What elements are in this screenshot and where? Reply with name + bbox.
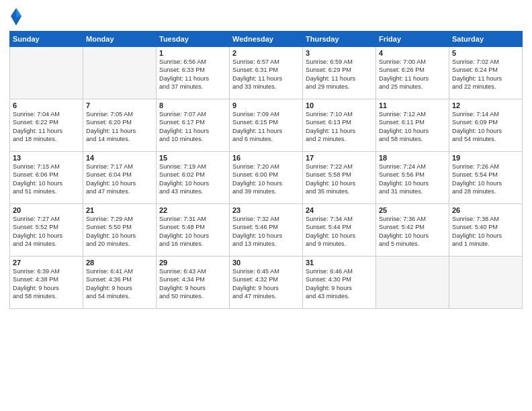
calendar-cell: [376, 257, 449, 309]
day-number: 5: [452, 49, 519, 57]
calendar-cell: 12Sunrise: 7:14 AM Sunset: 6:09 PM Dayli…: [449, 99, 523, 152]
calendar-cell: 2Sunrise: 6:57 AM Sunset: 6:31 PM Daylig…: [230, 47, 303, 99]
calendar-cell: 31Sunrise: 6:46 AM Sunset: 4:30 PM Dayli…: [303, 257, 376, 309]
calendar-cell: 16Sunrise: 7:20 AM Sunset: 6:00 PM Dayli…: [230, 152, 303, 204]
calendar-cell: 29Sunrise: 6:43 AM Sunset: 4:34 PM Dayli…: [157, 257, 230, 309]
calendar-cell: [449, 257, 523, 309]
calendar-cell: 3Sunrise: 6:59 AM Sunset: 6:29 PM Daylig…: [303, 47, 376, 99]
day-detail: Sunrise: 7:22 AM Sunset: 5:58 PM Dayligh…: [306, 163, 373, 196]
svg-marker-1: [16, 8, 21, 17]
calendar-cell: 1Sunrise: 6:56 AM Sunset: 6:33 PM Daylig…: [157, 47, 230, 99]
weekday-header-row: SundayMondayTuesdayWednesdayThursdayFrid…: [10, 32, 523, 47]
day-number: 24: [306, 206, 373, 214]
calendar-cell: 25Sunrise: 7:36 AM Sunset: 5:42 PM Dayli…: [376, 204, 449, 257]
calendar-cell: 19Sunrise: 7:26 AM Sunset: 5:54 PM Dayli…: [449, 152, 523, 204]
day-detail: Sunrise: 6:59 AM Sunset: 6:29 PM Dayligh…: [306, 58, 373, 91]
day-number: 26: [452, 206, 519, 214]
day-number: 17: [306, 154, 373, 162]
weekday-header-tuesday: Tuesday: [157, 32, 230, 47]
day-number: 2: [232, 49, 300, 57]
calendar-cell: 8Sunrise: 7:07 AM Sunset: 6:17 PM Daylig…: [157, 99, 230, 152]
calendar-cell: 27Sunrise: 6:39 AM Sunset: 4:38 PM Dayli…: [10, 257, 83, 309]
calendar-cell: 24Sunrise: 7:34 AM Sunset: 5:44 PM Dayli…: [303, 204, 376, 257]
calendar-cell: 4Sunrise: 7:00 AM Sunset: 6:26 PM Daylig…: [376, 47, 449, 99]
week-row-2: 6Sunrise: 7:04 AM Sunset: 6:22 PM Daylig…: [10, 99, 523, 152]
day-detail: Sunrise: 7:17 AM Sunset: 6:04 PM Dayligh…: [86, 163, 153, 196]
day-detail: Sunrise: 7:36 AM Sunset: 5:42 PM Dayligh…: [379, 215, 446, 248]
calendar-cell: 10Sunrise: 7:10 AM Sunset: 6:13 PM Dayli…: [303, 99, 376, 152]
day-detail: Sunrise: 7:10 AM Sunset: 6:13 PM Dayligh…: [306, 110, 373, 144]
calendar-cell: 18Sunrise: 7:24 AM Sunset: 5:56 PM Dayli…: [376, 152, 449, 204]
calendar-cell: 20Sunrise: 7:27 AM Sunset: 5:52 PM Dayli…: [10, 204, 83, 257]
day-number: 25: [379, 206, 446, 214]
calendar-cell: [83, 47, 157, 99]
day-number: 19: [452, 154, 519, 162]
day-number: 8: [159, 101, 226, 109]
calendar-cell: 9Sunrise: 7:09 AM Sunset: 6:15 PM Daylig…: [230, 99, 303, 152]
day-detail: Sunrise: 7:38 AM Sunset: 5:40 PM Dayligh…: [452, 215, 519, 248]
calendar-cell: 21Sunrise: 7:29 AM Sunset: 5:50 PM Dayli…: [83, 204, 157, 257]
calendar-cell: 14Sunrise: 7:17 AM Sunset: 6:04 PM Dayli…: [83, 152, 157, 204]
calendar-cell: [10, 47, 83, 99]
week-row-5: 27Sunrise: 6:39 AM Sunset: 4:38 PM Dayli…: [10, 257, 523, 309]
day-detail: Sunrise: 7:24 AM Sunset: 5:56 PM Dayligh…: [379, 163, 446, 196]
calendar-cell: 11Sunrise: 7:12 AM Sunset: 6:11 PM Dayli…: [376, 99, 449, 152]
day-detail: Sunrise: 7:12 AM Sunset: 6:11 PM Dayligh…: [379, 110, 446, 144]
calendar-cell: 13Sunrise: 7:15 AM Sunset: 6:06 PM Dayli…: [10, 152, 83, 204]
calendar-table: SundayMondayTuesdayWednesdayThursdayFrid…: [9, 31, 523, 309]
day-detail: Sunrise: 7:00 AM Sunset: 6:26 PM Dayligh…: [379, 58, 446, 91]
calendar-cell: 26Sunrise: 7:38 AM Sunset: 5:40 PM Dayli…: [449, 204, 523, 257]
day-detail: Sunrise: 7:27 AM Sunset: 5:52 PM Dayligh…: [13, 215, 80, 248]
day-number: 3: [306, 49, 373, 57]
day-number: 18: [379, 154, 446, 162]
weekday-header-wednesday: Wednesday: [230, 32, 303, 47]
day-number: 12: [452, 101, 519, 109]
calendar-cell: 30Sunrise: 6:45 AM Sunset: 4:32 PM Dayli…: [230, 257, 303, 309]
day-detail: Sunrise: 6:45 AM Sunset: 4:32 PM Dayligh…: [232, 267, 300, 301]
weekday-header-thursday: Thursday: [303, 32, 376, 47]
day-number: 30: [232, 259, 300, 267]
day-detail: Sunrise: 7:04 AM Sunset: 6:22 PM Dayligh…: [13, 110, 80, 144]
weekday-header-monday: Monday: [83, 32, 157, 47]
calendar-cell: 22Sunrise: 7:31 AM Sunset: 5:48 PM Dayli…: [157, 204, 230, 257]
day-detail: Sunrise: 6:41 AM Sunset: 4:36 PM Dayligh…: [86, 267, 153, 301]
logo: [9, 7, 24, 27]
day-detail: Sunrise: 7:14 AM Sunset: 6:09 PM Dayligh…: [452, 110, 519, 144]
calendar-cell: 17Sunrise: 7:22 AM Sunset: 5:58 PM Dayli…: [303, 152, 376, 204]
day-detail: Sunrise: 7:09 AM Sunset: 6:15 PM Dayligh…: [232, 110, 300, 144]
week-row-4: 20Sunrise: 7:27 AM Sunset: 5:52 PM Dayli…: [10, 204, 523, 257]
day-detail: Sunrise: 6:46 AM Sunset: 4:30 PM Dayligh…: [306, 267, 373, 301]
header: [9, 7, 523, 27]
day-detail: Sunrise: 6:39 AM Sunset: 4:38 PM Dayligh…: [13, 267, 80, 301]
day-detail: Sunrise: 7:32 AM Sunset: 5:46 PM Dayligh…: [232, 215, 300, 248]
day-detail: Sunrise: 7:34 AM Sunset: 5:44 PM Dayligh…: [306, 215, 373, 248]
week-row-3: 13Sunrise: 7:15 AM Sunset: 6:06 PM Dayli…: [10, 152, 523, 204]
day-number: 27: [13, 259, 80, 267]
day-number: 28: [86, 259, 153, 267]
weekday-header-sunday: Sunday: [10, 32, 83, 47]
day-number: 20: [13, 206, 80, 214]
calendar-cell: 5Sunrise: 7:02 AM Sunset: 6:24 PM Daylig…: [449, 47, 523, 99]
calendar-cell: 7Sunrise: 7:05 AM Sunset: 6:20 PM Daylig…: [83, 99, 157, 152]
day-detail: Sunrise: 7:19 AM Sunset: 6:02 PM Dayligh…: [159, 163, 226, 196]
day-detail: Sunrise: 7:29 AM Sunset: 5:50 PM Dayligh…: [86, 215, 153, 248]
calendar-cell: 23Sunrise: 7:32 AM Sunset: 5:46 PM Dayli…: [230, 204, 303, 257]
calendar-page: SundayMondayTuesdayWednesdayThursdayFrid…: [0, 0, 532, 411]
day-detail: Sunrise: 7:05 AM Sunset: 6:20 PM Dayligh…: [86, 110, 153, 144]
day-detail: Sunrise: 7:02 AM Sunset: 6:24 PM Dayligh…: [452, 58, 519, 91]
week-row-1: 1Sunrise: 6:56 AM Sunset: 6:33 PM Daylig…: [10, 47, 523, 99]
calendar-cell: 28Sunrise: 6:41 AM Sunset: 4:36 PM Dayli…: [83, 257, 157, 309]
calendar-cell: 6Sunrise: 7:04 AM Sunset: 6:22 PM Daylig…: [10, 99, 83, 152]
day-detail: Sunrise: 7:07 AM Sunset: 6:17 PM Dayligh…: [159, 110, 226, 144]
day-detail: Sunrise: 7:26 AM Sunset: 5:54 PM Dayligh…: [452, 163, 519, 196]
day-number: 22: [159, 206, 226, 214]
day-number: 9: [232, 101, 300, 109]
day-number: 13: [13, 154, 80, 162]
day-number: 23: [232, 206, 300, 214]
day-number: 11: [379, 101, 446, 109]
day-number: 29: [159, 259, 226, 267]
day-detail: Sunrise: 7:31 AM Sunset: 5:48 PM Dayligh…: [159, 215, 226, 248]
day-number: 7: [86, 101, 153, 109]
day-number: 6: [13, 101, 80, 109]
day-detail: Sunrise: 6:56 AM Sunset: 6:33 PM Dayligh…: [159, 58, 226, 91]
